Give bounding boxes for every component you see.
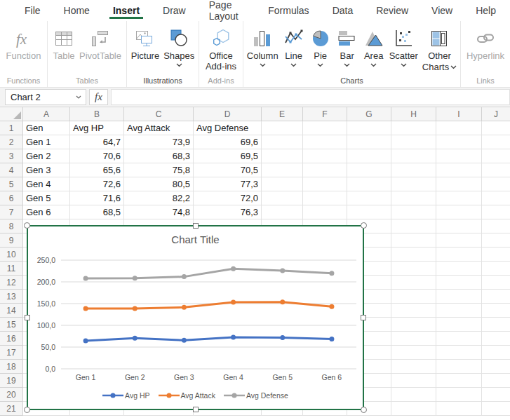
cell-H5[interactable] [391, 177, 436, 191]
cell-C4[interactable]: 75,8 [124, 163, 194, 177]
cell-A1[interactable]: Gen [23, 121, 70, 135]
chart-resize-handle-n[interactable] [193, 223, 199, 229]
chart-data-point[interactable] [280, 269, 285, 273]
cell-F7[interactable] [303, 205, 347, 219]
cell-J15[interactable] [482, 318, 510, 332]
cell-G5[interactable] [347, 177, 391, 191]
chart-data-point[interactable] [182, 338, 187, 343]
chart-series-line-avg-attack[interactable] [86, 302, 332, 309]
cell-D4[interactable]: 70,5 [194, 163, 262, 177]
tab-home[interactable]: Home [55, 0, 99, 21]
column-header-j[interactable]: J [482, 107, 510, 121]
cell-A3[interactable]: Gen 2 [23, 149, 70, 163]
cell-B2[interactable]: 64,7 [70, 135, 124, 149]
tab-insert[interactable]: Insert [104, 0, 149, 21]
cell-I15[interactable] [436, 318, 482, 332]
cell-H13[interactable] [391, 290, 436, 304]
cell-D2[interactable]: 69,6 [194, 135, 262, 149]
cell-H6[interactable] [391, 191, 436, 205]
chart-data-point[interactable] [329, 304, 334, 309]
chart-data-point[interactable] [231, 334, 236, 339]
cell-I8[interactable] [436, 219, 482, 233]
chart-data-point[interactable] [231, 300, 236, 305]
cell-I1[interactable] [436, 121, 482, 135]
cell-F6[interactable] [303, 191, 347, 205]
cell-J3[interactable] [482, 149, 510, 163]
row-header-3[interactable]: 3 [0, 149, 23, 163]
cell-E5[interactable] [262, 177, 303, 191]
row-header-4[interactable]: 4 [0, 163, 23, 177]
cell-J1[interactable] [482, 121, 510, 135]
cell-I14[interactable] [436, 304, 482, 318]
select-all-corner[interactable] [0, 107, 23, 121]
chart-plot-area[interactable]: 0,050,0100,0150,0200,0250,0Gen 1Gen 2Gen… [28, 226, 363, 409]
cell-D5[interactable]: 77,3 [194, 177, 262, 191]
legend-item-avg-hp[interactable]: Avg HP [102, 391, 149, 400]
cell-I5[interactable] [436, 177, 482, 191]
chart-series-line-avg-defense[interactable] [86, 269, 332, 278]
cell-J11[interactable] [482, 262, 510, 276]
cell-H2[interactable] [391, 135, 436, 149]
cell-J19[interactable] [482, 374, 510, 388]
cell-H14[interactable] [391, 304, 436, 318]
cell-I9[interactable] [436, 233, 482, 248]
cell-B4[interactable]: 65,6 [70, 163, 124, 177]
cell-B6[interactable]: 71,6 [70, 191, 124, 205]
cell-C1[interactable]: Avg Attack [124, 121, 194, 135]
column-header-h[interactable]: H [391, 107, 436, 121]
cell-F4[interactable] [303, 163, 347, 177]
cell-G4[interactable] [347, 163, 391, 177]
cell-H8[interactable] [391, 219, 436, 233]
cell-B1[interactable]: Avg HP [70, 121, 124, 135]
column-header-a[interactable]: A [23, 107, 70, 121]
cell-F2[interactable] [303, 135, 347, 149]
cell-G1[interactable] [347, 121, 391, 135]
cell-D6[interactable]: 72,0 [194, 191, 262, 205]
legend-item-avg-attack[interactable]: Avg Attack [159, 391, 215, 400]
cell-J4[interactable] [482, 163, 510, 177]
insert-function-button[interactable]: fx [89, 89, 108, 105]
cell-J6[interactable] [482, 191, 510, 205]
cell-H3[interactable] [391, 149, 436, 163]
cell-J12[interactable] [482, 276, 510, 290]
chart-data-point[interactable] [133, 306, 137, 311]
cell-I16[interactable] [436, 332, 482, 346]
cell-G3[interactable] [347, 149, 391, 163]
cell-E4[interactable] [262, 163, 303, 177]
table-button[interactable]: Table [51, 27, 77, 61]
tab-file[interactable]: File [15, 0, 50, 21]
cell-H17[interactable] [391, 346, 436, 360]
row-header-2[interactable]: 2 [0, 135, 23, 149]
chart-resize-handle-e[interactable] [361, 315, 366, 320]
cell-E7[interactable] [262, 205, 303, 219]
chart-data-point[interactable] [182, 305, 187, 310]
chart-data-point[interactable] [329, 337, 334, 341]
cell-I20[interactable] [436, 388, 482, 402]
chart-data-point[interactable] [182, 274, 187, 279]
cell-A7[interactable]: Gen 6 [23, 205, 70, 219]
chart-data-point[interactable] [133, 336, 137, 341]
cell-J9[interactable] [482, 233, 510, 248]
column-button[interactable]: Column [245, 27, 281, 69]
tab-data[interactable]: Data [323, 0, 363, 21]
column-header-i[interactable]: I [436, 107, 482, 121]
cell-H16[interactable] [391, 332, 436, 346]
cell-C3[interactable]: 68,3 [124, 149, 194, 163]
cell-I7[interactable] [436, 205, 482, 219]
chart-data-point[interactable] [83, 276, 88, 280]
row-header-21[interactable]: 21 [0, 402, 23, 416]
column-header-e[interactable]: E [262, 107, 303, 121]
cell-E1[interactable] [262, 121, 303, 135]
column-header-d[interactable]: D [194, 107, 262, 121]
picture-button[interactable]: Picture [129, 27, 161, 61]
row-header-9[interactable]: 9 [0, 233, 23, 248]
cell-E3[interactable] [262, 149, 303, 163]
chart-data-point[interactable] [280, 335, 285, 340]
cell-F3[interactable] [303, 149, 347, 163]
name-box[interactable]: Chart 2 [5, 89, 86, 105]
row-header-20[interactable]: 20 [0, 388, 23, 402]
cell-I18[interactable] [436, 360, 482, 374]
pie-button[interactable]: Pie [307, 27, 334, 69]
cell-J5[interactable] [482, 177, 510, 191]
scatter-button[interactable]: Scatter [387, 27, 420, 69]
